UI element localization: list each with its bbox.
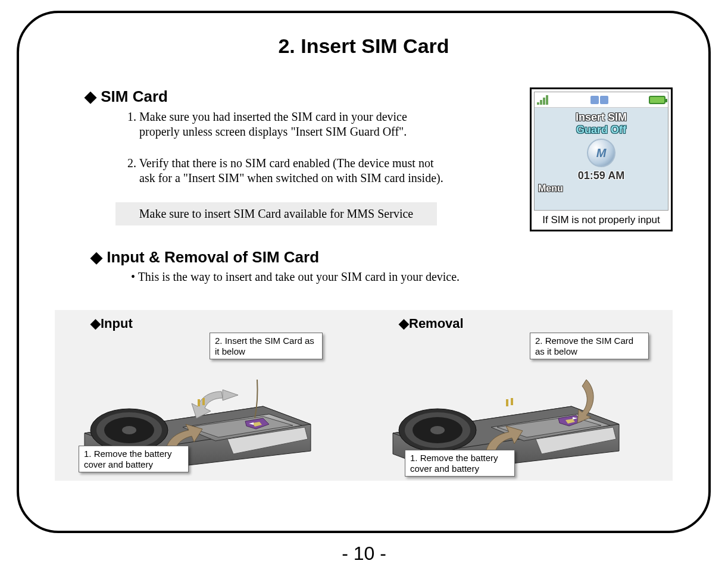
svg-rect-14 <box>198 399 200 406</box>
input-panel: ◆Input <box>73 316 345 472</box>
screen-line1: Insert SIM <box>535 111 668 124</box>
sim-card-section: ◆ SIM Card 1. Make sure you had inserted… <box>85 87 506 225</box>
input-title: ◆Input <box>90 316 345 331</box>
input-removal-panels: ◆Input <box>55 310 673 481</box>
removal-title: ◆Removal <box>399 316 655 331</box>
status-icons <box>590 96 608 104</box>
sim-card-heading: ◆ SIM Card <box>85 87 506 106</box>
removal-callout-bottom: 1. Remove the battery cover and battery <box>405 450 515 477</box>
screen-menu-label: Menu <box>535 182 668 195</box>
top-row: ◆ SIM Card 1. Make sure you had inserted… <box>85 87 673 231</box>
battery-icon <box>649 96 665 104</box>
svg-point-21 <box>430 426 445 434</box>
removal-panel: ◆Removal <box>381 316 655 475</box>
svg-marker-12 <box>223 390 238 400</box>
svg-rect-29 <box>506 399 508 406</box>
sim-step-2: 2. Verify that there is no SIM card enab… <box>127 156 449 186</box>
input-callout-top: 2. Insert the SIM Card as it below <box>210 333 323 359</box>
input-removal-section: ◆ Input & Removal of SIM Card • This is … <box>90 248 673 284</box>
logo-icon: M <box>587 139 615 167</box>
page-title: 2. Insert SIM Card <box>55 35 673 58</box>
input-callout-bottom: 1. Remove the battery cover and battery <box>79 446 189 472</box>
screen-line2: Guard Off <box>535 124 668 136</box>
sim-step-1: 1. Make sure you had inserted the SIM ca… <box>127 109 449 139</box>
removal-callout-top: 2. Remove the SIM Card as it below <box>530 333 649 359</box>
screen-time: 01:59 AM <box>535 170 668 182</box>
svg-rect-30 <box>511 398 513 405</box>
phone-illustration: Insert SIM Guard Off M 01:59 AM Menu If … <box>530 87 673 231</box>
phone-caption: If SIM is not properly input <box>534 211 668 227</box>
phone-screen: Insert SIM Guard Off M 01:59 AM Menu <box>534 92 668 211</box>
io-heading: ◆ Input & Removal of SIM Card <box>90 248 673 267</box>
page-number: - 10 - <box>0 543 728 565</box>
status-bar <box>535 92 668 108</box>
io-desc: • This is the way to insert and take out… <box>131 270 673 284</box>
svg-point-5 <box>122 426 136 434</box>
signal-icon <box>537 95 550 105</box>
svg-rect-15 <box>202 398 205 405</box>
mms-note: Make sure to insert SIM Card available f… <box>115 202 437 225</box>
page-frame: 2. Insert SIM Card ◆ SIM Card 1. Make su… <box>17 11 711 533</box>
